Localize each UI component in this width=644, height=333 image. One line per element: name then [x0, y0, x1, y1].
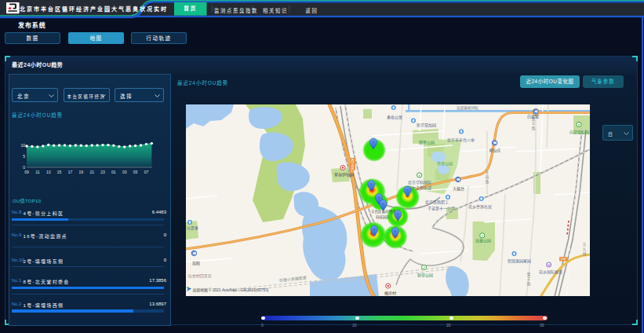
- svg-text:高鑫公园: 高鑫公园: [475, 237, 491, 243]
- svg-text:北京铁路职工: 北京铁路职工: [425, 199, 449, 205]
- svg-text:新华双加园: 新华双加园: [417, 123, 436, 128]
- svg-text:北京华科国际: 北京华科国际: [408, 179, 431, 185]
- svg-text:路: 路: [486, 179, 489, 185]
- svg-text:路: 路: [527, 281, 531, 287]
- svg-text:总部基地18区: 总部基地18区: [457, 105, 478, 111]
- svg-text:01: 01: [111, 170, 116, 174]
- svg-text:九: 九: [583, 247, 587, 252]
- svg-text:羊: 羊: [527, 276, 531, 282]
- svg-text:香格公寓: 香格公寓: [387, 115, 402, 120]
- svg-text:23: 23: [100, 170, 105, 174]
- svg-text:17: 17: [67, 170, 72, 174]
- svg-text:京: 京: [583, 242, 587, 247]
- svg-text:花乡世界名居: 花乡世界名居: [468, 204, 492, 210]
- svg-text:狼垡公园: 狼垡公园: [417, 272, 433, 277]
- svg-text:北京市丰台八中: 北京市丰台八中: [447, 137, 475, 143]
- svg-text:高德地图 © 2021 AutoNavi - GS(2021: 高德地图 © 2021 AutoNavi - GS(2021)6375号: [193, 287, 270, 292]
- svg-text:19: 19: [78, 170, 83, 174]
- svg-text:科技园区: 科技园区: [376, 214, 390, 220]
- svg-text:大葆台: 大葆台: [453, 185, 464, 191]
- svg-text:丰: 丰: [486, 170, 489, 175]
- svg-text:熙保康园家园: 熙保康园家园: [508, 258, 531, 264]
- svg-text:15: 15: [56, 170, 61, 174]
- svg-text:拉文村回王房: 拉文村回王房: [188, 273, 212, 279]
- svg-text:10: 10: [20, 143, 25, 148]
- svg-text:紫谷伊甸园: 紫谷伊甸园: [334, 172, 354, 177]
- svg-text:苑阳: 苑阳: [192, 261, 200, 266]
- svg-text:516: 516: [561, 257, 566, 261]
- svg-text:13: 13: [45, 170, 50, 174]
- svg-text:线: 线: [583, 251, 587, 256]
- svg-text:03: 03: [122, 170, 126, 174]
- svg-text:科: 科: [486, 174, 489, 180]
- svg-text:5: 5: [23, 154, 25, 159]
- svg-text:07: 07: [144, 170, 148, 174]
- svg-text:05: 05: [133, 170, 137, 174]
- svg-text:向堂窑公园: 向堂窑公园: [569, 130, 589, 135]
- svg-text:花乡国际家居: 花乡国际家居: [539, 269, 562, 275]
- svg-text:羊: 羊: [532, 121, 536, 126]
- svg-text:御景公园: 御景公园: [419, 139, 435, 145]
- svg-text:路: 路: [532, 126, 536, 131]
- svg-text:M: M: [548, 263, 550, 267]
- svg-text:高尔夫俱乐部: 高尔夫俱乐部: [408, 185, 431, 191]
- svg-text:世界公园: 世界公园: [437, 161, 453, 166]
- svg-text:坑是香: 坑是香: [187, 225, 198, 231]
- svg-text:09: 09: [24, 170, 29, 174]
- svg-text:11: 11: [35, 170, 39, 174]
- svg-text:樊: 樊: [527, 272, 531, 277]
- svg-text:子弟第十一小学: 子弟第十一小学: [428, 205, 455, 210]
- svg-text:白盆窑: 白盆窑: [527, 114, 539, 119]
- svg-text:21: 21: [89, 170, 94, 174]
- svg-text:槐房村: 槐房村: [384, 291, 396, 296]
- svg-text:郭公庄: 郭公庄: [489, 147, 501, 152]
